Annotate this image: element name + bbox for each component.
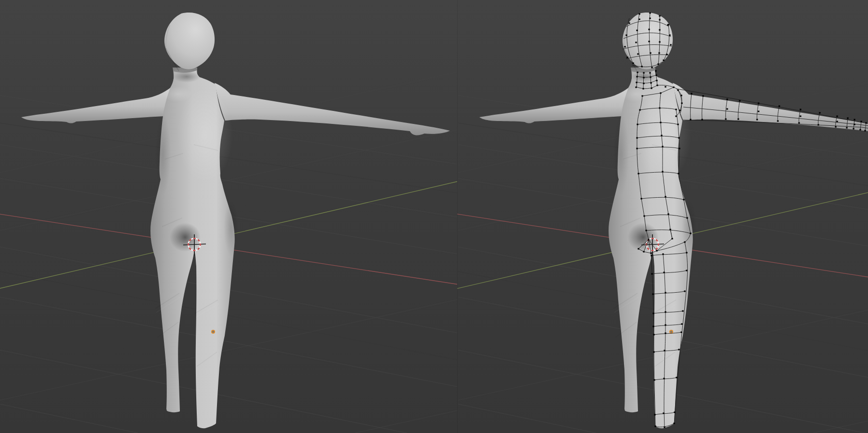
viewport-background (0, 0, 868, 433)
viewport-comparison (0, 0, 868, 433)
3d-viewport-canvas (0, 0, 868, 433)
